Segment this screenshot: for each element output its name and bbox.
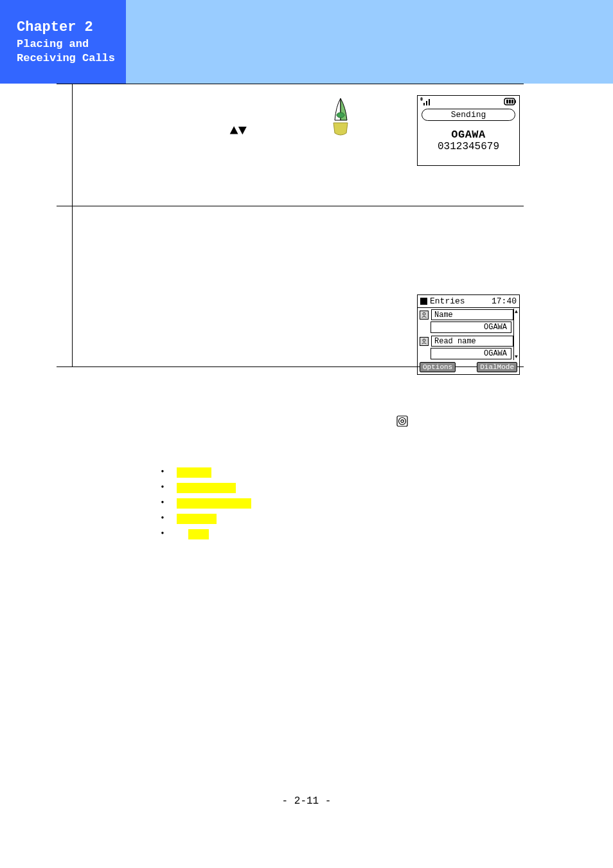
screen-cell-2: Entries 17:40 Name OGAWA [391,206,524,367]
scrollbar[interactable]: ▲ ▼ [513,309,519,360]
step-cell-1 [57,84,72,206]
chapter-header: Chapter 2 Placing and Receiving Calls [0,0,126,84]
call-number: 0312345679 [418,141,519,165]
content-table-wrap: ▲▼ [57,84,524,367]
phone-screen-sending: Sending OGAWA 0312345679 [417,95,520,166]
instruction-cell-1: ▲▼ [72,84,391,206]
phone-screen-entries: Entries 17:40 Name OGAWA [417,294,520,375]
entries-body: Name OGAWA Read name OGAWA [418,308,519,361]
name-row: Name [418,308,513,321]
screen-cell-1: Sending OGAWA 0312345679 [391,84,524,206]
notes-list [157,465,251,542]
person-icon [420,311,429,320]
list-item [157,480,251,496]
step-cell-2 [57,206,72,367]
svg-point-13 [423,339,425,341]
svg-rect-3 [429,99,430,105]
readname-person-icon [420,337,429,346]
highlight [188,529,209,539]
readname-label: Read name [431,336,513,347]
content-table: ▲▼ [57,84,524,367]
sail-phone-icon [330,97,351,140]
entries-header: Entries 17:40 [418,295,519,308]
battery-icon [504,98,517,105]
scroll-up-icon[interactable]: ▲ [515,309,518,314]
name-label: Name [431,309,513,320]
svg-rect-5 [515,100,516,103]
header-square-icon [420,298,427,305]
highlight [177,498,251,509]
softkey-bar: Options DialMode [418,361,519,374]
readname-value[interactable]: OGAWA [431,348,511,359]
sending-pill: Sending [422,109,515,121]
dialmode-button[interactable]: DialMode [477,362,517,372]
chapter-title: Chapter 2 [17,19,126,36]
name-value[interactable]: OGAWA [431,321,511,333]
clock-time: 17:40 [492,296,517,306]
svg-rect-1 [423,103,425,105]
svg-rect-2 [426,101,427,105]
list-item [157,465,251,480]
highlight [177,467,211,478]
chapter-subtitle: Placing and Receiving Calls [17,37,126,65]
svg-rect-7 [509,100,511,104]
svg-point-0 [337,113,344,118]
list-item [157,511,251,527]
call-name: OGAWA [418,125,519,141]
svg-rect-6 [506,100,508,104]
options-button[interactable]: Options [420,362,456,372]
instruction-cell-2 [72,206,391,367]
svg-rect-8 [511,100,513,104]
signal-icon [420,97,433,106]
entries-label: Entries [430,296,465,306]
highlight [177,483,236,493]
list-item [157,527,251,542]
center-key-icon [396,415,408,430]
list-item [157,496,251,511]
page-number: - 2-11 - [0,795,613,807]
svg-point-12 [423,312,425,315]
status-bar [418,96,519,107]
highlight [177,514,217,524]
readname-row: Read name [418,334,513,348]
up-down-arrows-icon: ▲▼ [230,123,247,139]
scroll-down-icon[interactable]: ▼ [515,354,518,359]
